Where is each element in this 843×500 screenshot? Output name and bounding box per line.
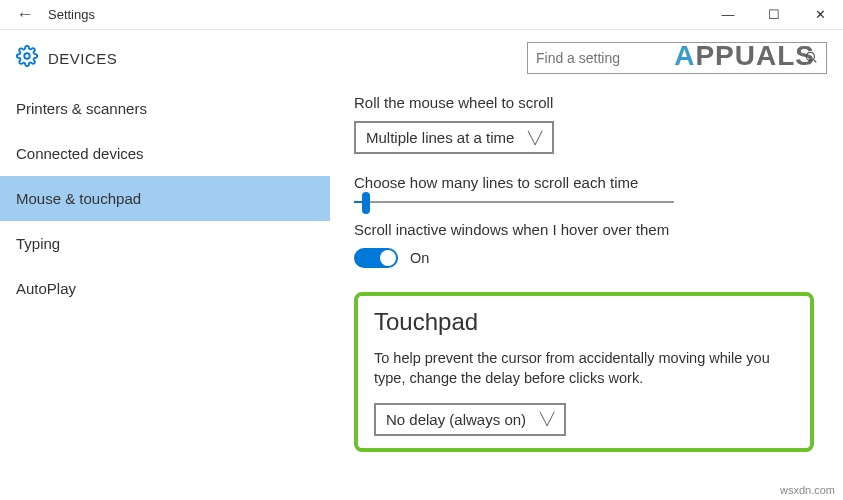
touchpad-heading: Touchpad [374, 308, 794, 336]
minimize-button[interactable]: — [705, 0, 751, 30]
source-mark: wsxdn.com [780, 484, 835, 496]
sidebar-item-connected-devices[interactable]: Connected devices [0, 131, 330, 176]
inactive-value: On [410, 250, 429, 266]
scroll-wheel-label: Roll the mouse wheel to scroll [354, 94, 819, 111]
inactive-toggle[interactable] [354, 248, 398, 268]
search-input[interactable] [536, 50, 796, 66]
inactive-label: Scroll inactive windows when I hover ove… [354, 221, 819, 238]
search-box[interactable] [527, 42, 827, 74]
lines-label: Choose how many lines to scroll each tim… [354, 174, 819, 191]
close-button[interactable]: ✕ [797, 0, 843, 30]
chevron-down-icon: ╲╱ [540, 412, 554, 426]
search-icon[interactable] [796, 50, 818, 67]
svg-point-0 [24, 53, 30, 59]
scroll-wheel-dropdown[interactable]: Multiple lines at a time ╲╱ [354, 121, 554, 154]
sidebar: Printers & scanners Connected devices Mo… [0, 86, 330, 500]
lines-slider[interactable] [354, 201, 819, 203]
sidebar-item-printers[interactable]: Printers & scanners [0, 86, 330, 131]
maximize-button[interactable]: ☐ [751, 0, 797, 30]
body: Printers & scanners Connected devices Mo… [0, 86, 843, 500]
svg-line-2 [813, 59, 816, 62]
window-controls: — ☐ ✕ [705, 0, 843, 30]
back-button[interactable]: ← [0, 4, 40, 25]
toggle-knob [380, 250, 396, 266]
sidebar-item-autoplay[interactable]: AutoPlay [0, 266, 330, 311]
touchpad-delay-value: No delay (always on) [386, 411, 526, 428]
section-title: DEVICES [48, 50, 117, 67]
titlebar: ← Settings — ☐ ✕ [0, 0, 843, 30]
header: DEVICES [0, 30, 843, 86]
scroll-wheel-value: Multiple lines at a time [366, 129, 514, 146]
sidebar-item-typing[interactable]: Typing [0, 221, 330, 266]
gear-icon [16, 45, 38, 71]
window-title: Settings [40, 7, 95, 22]
sidebar-item-mouse-touchpad[interactable]: Mouse & touchpad [0, 176, 330, 221]
slider-thumb[interactable] [362, 192, 370, 214]
touchpad-section-highlight: Touchpad To help prevent the cursor from… [354, 292, 814, 452]
touchpad-description: To help prevent the cursor from accident… [374, 348, 794, 389]
touchpad-delay-dropdown[interactable]: No delay (always on) ╲╱ [374, 403, 566, 436]
chevron-down-icon: ╲╱ [528, 131, 542, 145]
content: Roll the mouse wheel to scroll Multiple … [330, 86, 843, 500]
svg-point-1 [806, 52, 814, 60]
